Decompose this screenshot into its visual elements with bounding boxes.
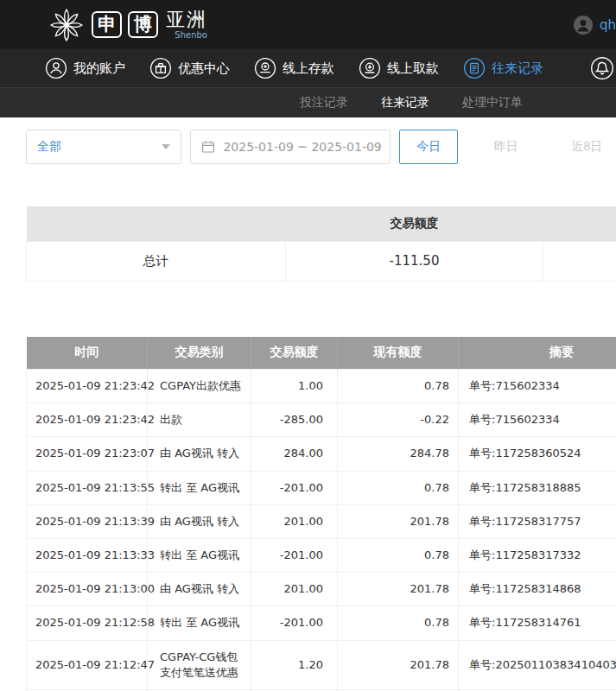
chevron-down-icon	[162, 144, 170, 149]
header-time: 时间	[27, 337, 148, 370]
brand-logo[interactable]: 申 博 亚洲 Shenbo	[48, 6, 207, 44]
deposit-icon	[254, 57, 276, 79]
category-select[interactable]: 全部	[26, 130, 181, 164]
records-icon	[463, 57, 486, 79]
balance-cell: 0.78	[338, 370, 459, 403]
nav-item-my-account[interactable]: 我的账户	[45, 57, 125, 79]
table-row: 2025-01-09 21:23:42CGPAY出款优惠1.000.78单号:7…	[27, 370, 616, 403]
time-cell: 2025-01-09 21:13:39	[27, 504, 148, 538]
gift-icon	[149, 57, 172, 79]
amount-cell: 284.00	[251, 437, 338, 471]
table-row: 2025-01-09 21:13:33转出 至 AG视讯-201.000.78单…	[27, 538, 616, 572]
tab-betting-records[interactable]: 投注记录	[300, 95, 348, 111]
nav-label: 线上存款	[283, 60, 334, 77]
amount-cell: 201.00	[251, 504, 338, 538]
time-cell: 2025-01-09 21:12:58	[27, 606, 148, 640]
table-row: 2025-01-09 21:12:58转出 至 AG视讯-201.000.78单…	[27, 606, 616, 640]
top-header: 申 博 亚洲 Shenbo qh	[0, 0, 616, 49]
table-row: 2025-01-09 21:13:55转出 至 AG视讯-201.000.78单…	[27, 471, 616, 504]
nav-item-records[interactable]: 往来记录	[463, 57, 543, 79]
transactions-section: 时间 交易类别 交易额度 现有额度 摘要 2025-01-09 21:23:42…	[26, 337, 616, 691]
yesterday-button[interactable]: 昨日	[477, 130, 535, 164]
header-balance: 现有额度	[338, 337, 459, 370]
main-nav: 我的账户 优惠中心 线上存款 线上取款	[0, 49, 616, 87]
user-account[interactable]: qh	[573, 15, 616, 35]
nav-label: 往来记录	[492, 60, 543, 77]
withdraw-icon	[359, 57, 381, 79]
time-cell: 2025-01-09 21:23:42	[27, 370, 148, 403]
table-row: 2025-01-09 21:23:07由 AG视讯 转入284.00284.78…	[27, 437, 616, 471]
type-cell: CGPAY出款优惠	[148, 370, 251, 403]
nav-label: 我的账户	[73, 60, 125, 77]
time-cell: 2025-01-09 21:13:33	[27, 538, 148, 572]
category-select-value: 全部	[37, 139, 61, 155]
bell-icon	[590, 56, 614, 80]
summary-cell: 单号:117258314761	[459, 606, 616, 640]
header-amount: 交易额度	[251, 337, 338, 370]
username-text: qh	[600, 17, 616, 33]
nav-label: 线上取款	[387, 60, 439, 77]
time-cell: 2025-01-09 21:13:00	[27, 573, 148, 606]
amount-cell: -201.00	[251, 606, 338, 640]
summary-header-empty2	[543, 206, 616, 241]
type-cell: 转出 至 AG视讯	[148, 606, 251, 640]
time-cell: 2025-01-09 21:23:07	[27, 437, 148, 471]
filter-bar: 全部 2025-01-09 ~ 2025-01-09 今日 昨日 近8日	[0, 117, 616, 175]
time-cell: 2025-01-09 21:13:55	[27, 471, 148, 504]
type-cell: 由 AG视讯 转入	[148, 437, 251, 471]
date-range-input[interactable]: 2025-01-09 ~ 2025-01-09	[190, 130, 391, 164]
summary-total-row: 总计 -111.50	[27, 241, 616, 281]
transactions-body: 2025-01-09 21:23:42CGPAY出款优惠1.000.78单号:7…	[27, 370, 616, 691]
time-cell: 2025-01-09 21:23:42	[27, 403, 148, 437]
amount-cell: -201.00	[251, 538, 338, 572]
logo-char-bo: 博	[128, 11, 158, 38]
balance-cell: 201.78	[338, 640, 459, 689]
avatar-icon	[573, 15, 594, 35]
summary-cell: 单号:715602334	[459, 370, 616, 403]
header-summary: 摘要	[459, 337, 616, 370]
records-subnav: 投注记录 往来记录 处理中订单	[0, 87, 616, 117]
balance-cell: 201.78	[338, 573, 459, 606]
last-8-days-button[interactable]: 近8日	[558, 130, 616, 164]
amount-cell: 1.20	[251, 640, 338, 689]
summary-header-empty	[27, 206, 286, 241]
summary-cell: 单号:715602334	[459, 403, 616, 437]
logo-char-shen: 申	[92, 11, 122, 38]
header-type: 交易类别	[148, 337, 251, 370]
summary-total-empty	[543, 241, 616, 281]
summary-header-amount: 交易额度	[286, 206, 543, 241]
table-row: 2025-01-09 21:12:47CGPAY-CG钱包支付笔笔送优惠1.20…	[27, 640, 616, 689]
calendar-icon	[201, 140, 215, 154]
tab-transaction-records[interactable]: 往来记录	[381, 95, 429, 111]
date-range-value: 2025-01-09 ~ 2025-01-09	[223, 140, 381, 154]
amount-cell: 1.00	[251, 370, 338, 403]
balance-cell: 0.78	[338, 606, 459, 640]
summary-cell: 单号:117258317757	[459, 504, 616, 538]
balance-cell: 201.78	[338, 504, 459, 538]
table-row: 2025-01-09 21:23:42出款-285.00-0.22单号:7156…	[27, 403, 616, 437]
amount-cell: -285.00	[251, 403, 338, 437]
today-button[interactable]: 今日	[399, 130, 458, 164]
transactions-header-row: 时间 交易类别 交易额度 现有额度 摘要	[27, 337, 616, 370]
logo-region-text: 亚洲	[166, 10, 207, 29]
type-cell: 由 AG视讯 转入	[148, 573, 251, 606]
balance-cell: 284.78	[338, 437, 459, 471]
nav-item-withdraw[interactable]: 线上取款	[359, 57, 439, 79]
summary-cell: 单号:117258317332	[459, 538, 616, 572]
tab-processing-orders[interactable]: 处理中订单	[462, 95, 523, 111]
balance-cell: -0.22	[338, 403, 459, 437]
amount-cell: -201.00	[251, 471, 338, 504]
nav-item-deposit[interactable]: 线上存款	[254, 57, 334, 79]
nav-item-promotions[interactable]: 优惠中心	[149, 57, 230, 79]
balance-cell: 0.78	[338, 471, 459, 504]
summary-section: 交易额度 总计 -111.50	[26, 206, 616, 282]
logo-subtext: Shenbo	[175, 31, 207, 40]
summary-header-row: 交易额度	[27, 206, 616, 241]
type-cell: CGPAY-CG钱包支付笔笔送优惠	[148, 640, 251, 689]
notifications-button[interactable]	[590, 56, 614, 80]
summary-total-label: 总计	[27, 241, 286, 281]
summary-cell: 单号:202501103834104031	[459, 640, 616, 689]
table-row: 2025-01-09 21:13:00由 AG视讯 转入201.00201.78…	[27, 573, 616, 606]
type-cell: 转出 至 AG视讯	[148, 471, 251, 504]
user-icon	[45, 57, 67, 79]
